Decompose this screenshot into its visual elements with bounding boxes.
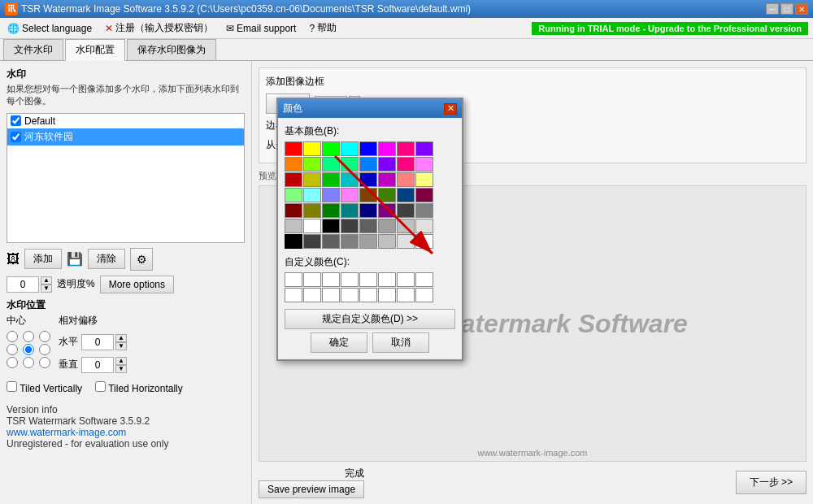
basic-color-cell[interactable] [303, 188, 321, 202]
basic-color-cell[interactable] [303, 219, 321, 233]
basic-color-cell[interactable] [378, 219, 396, 233]
basic-color-cell[interactable] [397, 234, 415, 249]
basic-color-cell[interactable] [322, 219, 340, 233]
color-dialog-body: 基本颜色(B): 自定义颜色(C): [278, 118, 462, 359]
basic-color-cell[interactable] [303, 203, 321, 218]
basic-color-cell[interactable] [303, 157, 321, 172]
color-dialog-title: 颜色 [283, 102, 302, 115]
define-custom-row: 规定自定义颜色(D) >> [285, 309, 455, 329]
dialog-actions: 确定 取消 [285, 332, 455, 353]
custom-color-cell[interactable] [303, 272, 321, 287]
custom-color-cell[interactable] [415, 288, 433, 302]
custom-colors-label: 自定义颜色(C): [285, 255, 455, 269]
basic-color-cell[interactable] [285, 188, 302, 202]
custom-color-cell[interactable] [322, 288, 340, 302]
basic-color-cell[interactable] [322, 157, 340, 172]
custom-color-cell[interactable] [303, 288, 321, 302]
basic-color-cell[interactable] [415, 157, 433, 172]
basic-color-cell[interactable] [341, 172, 359, 187]
color-dialog-titlebar: 颜色 ✕ [278, 99, 462, 118]
basic-color-cell[interactable] [359, 203, 377, 218]
basic-color-cell[interactable] [322, 234, 340, 249]
basic-color-cell[interactable] [341, 188, 359, 202]
basic-color-cell[interactable] [303, 172, 321, 187]
custom-color-cell[interactable] [378, 272, 396, 287]
basic-color-cell[interactable] [415, 203, 433, 218]
basic-color-cell[interactable] [359, 219, 377, 233]
basic-color-cell[interactable] [285, 172, 302, 187]
basic-color-cell[interactable] [415, 234, 433, 249]
color-ok-button[interactable]: 确定 [311, 332, 367, 353]
basic-color-cell[interactable] [322, 203, 340, 218]
basic-color-cell[interactable] [378, 234, 396, 249]
custom-color-cell[interactable] [285, 272, 302, 287]
basic-color-cell[interactable] [303, 141, 321, 156]
basic-color-cell[interactable] [285, 219, 302, 233]
basic-colors-grid [285, 141, 455, 249]
basic-color-cell[interactable] [341, 203, 359, 218]
color-dialog-overlay: 颜色 ✕ 基本颜色(B): 自定义颜色(C): [0, 0, 813, 504]
basic-color-cell[interactable] [397, 157, 415, 172]
custom-color-cell[interactable] [341, 272, 359, 287]
basic-color-cell[interactable] [322, 188, 340, 202]
basic-color-cell[interactable] [415, 188, 433, 202]
basic-color-cell[interactable] [397, 188, 415, 202]
custom-color-cell[interactable] [322, 272, 340, 287]
basic-color-cell[interactable] [378, 157, 396, 172]
basic-color-cell[interactable] [285, 141, 302, 156]
custom-color-cell[interactable] [285, 288, 302, 302]
color-dialog: 颜色 ✕ 基本颜色(B): 自定义颜色(C): [276, 98, 463, 361]
basic-color-cell[interactable] [359, 172, 377, 187]
basic-color-cell[interactable] [378, 188, 396, 202]
basic-color-cell[interactable] [303, 234, 321, 249]
basic-color-cell[interactable] [341, 219, 359, 233]
basic-color-cell[interactable] [359, 141, 377, 156]
custom-color-cell[interactable] [359, 272, 377, 287]
basic-color-cell[interactable] [341, 141, 359, 156]
color-dialog-close-button[interactable]: ✕ [444, 103, 457, 115]
basic-color-cell[interactable] [378, 172, 396, 187]
custom-color-cell[interactable] [397, 288, 415, 302]
basic-color-cell[interactable] [341, 157, 359, 172]
basic-color-cell[interactable] [415, 141, 433, 156]
basic-color-cell[interactable] [397, 172, 415, 187]
basic-color-cell[interactable] [378, 141, 396, 156]
custom-color-cell[interactable] [341, 288, 359, 302]
basic-color-black-outlined[interactable] [285, 234, 302, 249]
basic-color-cell[interactable] [415, 219, 433, 233]
basic-color-cell[interactable] [322, 172, 340, 187]
custom-color-cell[interactable] [397, 272, 415, 287]
basic-color-cell[interactable] [378, 203, 396, 218]
custom-color-cell[interactable] [359, 288, 377, 302]
basic-color-cell[interactable] [415, 172, 433, 187]
custom-color-cell[interactable] [415, 272, 433, 287]
color-cancel-button[interactable]: 取消 [372, 332, 429, 353]
custom-color-cell[interactable] [378, 288, 396, 302]
define-custom-colors-button[interactable]: 规定自定义颜色(D) >> [285, 309, 455, 329]
custom-colors-grid [285, 272, 455, 302]
basic-color-cell[interactable] [341, 234, 359, 249]
basic-color-cell[interactable] [397, 141, 415, 156]
basic-colors-label: 基本颜色(B): [285, 124, 455, 138]
basic-color-cell[interactable] [322, 141, 340, 156]
basic-color-cell[interactable] [285, 157, 302, 172]
basic-color-cell[interactable] [397, 203, 415, 218]
basic-color-cell[interactable] [359, 188, 377, 202]
basic-color-cell[interactable] [359, 157, 377, 172]
basic-color-cell[interactable] [397, 219, 415, 233]
basic-color-cell[interactable] [359, 234, 377, 249]
basic-color-cell[interactable] [285, 203, 302, 218]
